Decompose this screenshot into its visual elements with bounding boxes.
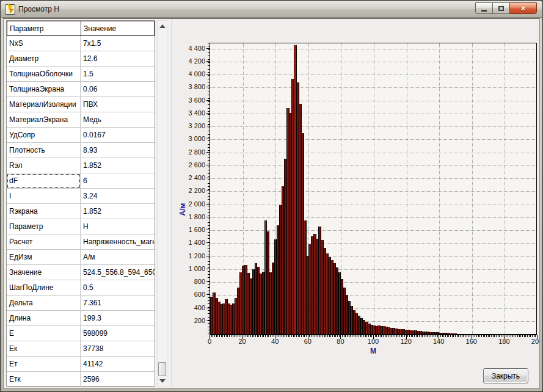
value-cell[interactable]: 7x1.5 xyxy=(81,36,155,51)
table-row: МатериалИзоляцииПВХ xyxy=(7,97,155,112)
value-cell[interactable]: 1.5 xyxy=(81,67,155,82)
table-row: УдСопр0.0167 xyxy=(7,128,155,143)
table-row: ПараметрН xyxy=(7,219,155,234)
value-cell[interactable]: 41142 xyxy=(81,357,155,372)
value-cell[interactable]: Медь xyxy=(81,112,155,128)
param-cell[interactable]: ТолщинаОболочки xyxy=(7,67,81,82)
y-tick-label: 4 200 xyxy=(175,57,205,65)
value-cell[interactable]: 6 xyxy=(81,173,155,189)
y-tick-label: 3 400 xyxy=(175,109,205,117)
y-tick-label: 1 600 xyxy=(175,226,205,233)
table-row: Дельта7.361 xyxy=(7,296,155,311)
param-cell[interactable]: Параметр xyxy=(7,219,81,234)
parameters-table: Параметр Значение NxS7x1.5Диаметр12.6Тол… xyxy=(6,20,155,387)
scroll-up-icon[interactable] xyxy=(159,24,166,28)
gridline-horizontal xyxy=(210,153,536,153)
value-cell[interactable]: Напряженность_магни xyxy=(81,234,155,250)
value-cell[interactable]: 2596 xyxy=(81,372,155,387)
value-cell[interactable]: 37738 xyxy=(81,341,155,357)
table-row: dF6 xyxy=(7,173,155,189)
param-cell[interactable]: Расчет xyxy=(7,234,81,250)
gridline-horizontal xyxy=(210,74,536,75)
table-row: Плотность8.93 xyxy=(7,143,155,158)
param-cell[interactable]: Длина xyxy=(7,311,81,326)
y-tick-label: 1 400 xyxy=(175,239,205,246)
chart-plot xyxy=(210,43,537,335)
y-tick-label: 1 200 xyxy=(175,252,205,260)
value-cell[interactable]: 0.5 xyxy=(81,280,155,296)
param-cell[interactable]: Ек xyxy=(7,341,81,357)
value-cell[interactable]: 524.5_556.8_594_650.3 xyxy=(81,265,155,280)
y-tick-label: 3 200 xyxy=(175,122,205,129)
value-cell[interactable]: 199.3 xyxy=(81,311,155,326)
table-row: Етк2596 xyxy=(7,372,155,387)
title-bar[interactable]: Просмотр Н × xyxy=(1,1,542,18)
value-cell[interactable]: Н xyxy=(81,219,155,234)
scroll-down-icon[interactable] xyxy=(159,379,166,383)
table-row: ШагПоДлине0.5 xyxy=(7,280,155,296)
minimize-button[interactable] xyxy=(475,2,493,14)
param-cell[interactable]: NxS xyxy=(7,36,81,51)
value-cell[interactable]: 12.6 xyxy=(81,51,155,67)
param-cell[interactable]: МатериалЭкрана xyxy=(7,112,81,128)
table-row: ЕдИзмА/м xyxy=(7,250,155,265)
minimize-icon xyxy=(481,10,487,12)
gridline-horizontal xyxy=(210,62,536,62)
value-cell[interactable]: А/м xyxy=(81,250,155,265)
param-cell[interactable]: Е xyxy=(7,326,81,341)
param-cell[interactable]: ТолщинаЭкрана xyxy=(7,82,81,97)
close-window-button[interactable]: × xyxy=(509,2,537,14)
column-header-value: Значение xyxy=(81,21,155,36)
gridline-horizontal xyxy=(210,126,536,127)
client-area: Параметр Значение NxS7x1.5Диаметр12.6Тол… xyxy=(3,18,540,389)
gridline-horizontal xyxy=(210,191,536,192)
param-cell[interactable]: Диаметр xyxy=(7,51,81,67)
value-cell[interactable]: 1.852 xyxy=(81,158,155,173)
y-tick-label: 4 400 xyxy=(175,45,205,52)
table-row: РасчетНапряженность_магни xyxy=(7,234,155,250)
value-cell[interactable]: 3.24 xyxy=(81,189,155,204)
value-cell[interactable]: 0.0167 xyxy=(81,128,155,143)
app-icon xyxy=(5,4,15,15)
table-row: ТолщинаЭкрана0.06 xyxy=(7,82,155,97)
value-cell[interactable]: 1.852 xyxy=(81,204,155,219)
value-cell[interactable]: 7.361 xyxy=(81,296,155,311)
param-cell[interactable]: Rэкрана xyxy=(7,204,81,219)
table-row: Е598099 xyxy=(7,326,155,341)
param-cell[interactable]: Значение xyxy=(7,265,81,280)
gridline-horizontal xyxy=(210,230,536,231)
y-axis-label: А/м xyxy=(178,203,187,216)
gridline-vertical xyxy=(407,43,407,334)
param-cell[interactable]: ШагПоДлине xyxy=(7,280,81,296)
param-cell[interactable]: МатериалИзоляции xyxy=(7,97,81,112)
y-tick-label: 3 800 xyxy=(175,83,205,90)
value-cell[interactable]: 598099 xyxy=(81,326,155,341)
param-cell[interactable]: УдСопр xyxy=(7,128,81,143)
maximize-button[interactable] xyxy=(492,2,510,14)
gridline-horizontal xyxy=(210,217,536,218)
gridline-horizontal xyxy=(210,87,536,88)
param-cell[interactable]: Етк xyxy=(7,372,81,387)
gridline-horizontal xyxy=(210,139,536,140)
param-cell[interactable]: Ет xyxy=(7,357,81,372)
column-header-param: Параметр xyxy=(7,21,81,36)
gridline-vertical xyxy=(374,43,374,334)
y-tick-label: 2 200 xyxy=(175,187,205,194)
y-tick-label: 2 800 xyxy=(175,148,205,156)
value-cell[interactable]: 8.93 xyxy=(81,143,155,158)
close-dialog-button[interactable]: Закрыть xyxy=(483,368,528,383)
table-scrollbar[interactable] xyxy=(157,20,167,387)
param-cell[interactable]: Плотность xyxy=(7,143,81,158)
value-cell[interactable]: 0.06 xyxy=(81,82,155,97)
param-cell[interactable]: I xyxy=(7,189,81,204)
value-cell[interactable]: ПВХ xyxy=(81,97,155,112)
param-cell[interactable]: dF xyxy=(7,173,81,189)
param-cell[interactable]: ЕдИзм xyxy=(7,250,81,265)
table-row: МатериалЭкранаМедь xyxy=(7,112,155,128)
y-tick-label: 400 xyxy=(175,304,205,311)
scrollbar-thumb[interactable] xyxy=(158,362,166,376)
param-cell[interactable]: Rэл xyxy=(7,158,81,173)
param-cell[interactable]: Дельта xyxy=(7,296,81,311)
table-row: Диаметр12.6 xyxy=(7,51,155,67)
table-row: Значение524.5_556.8_594_650.3 xyxy=(7,265,155,280)
